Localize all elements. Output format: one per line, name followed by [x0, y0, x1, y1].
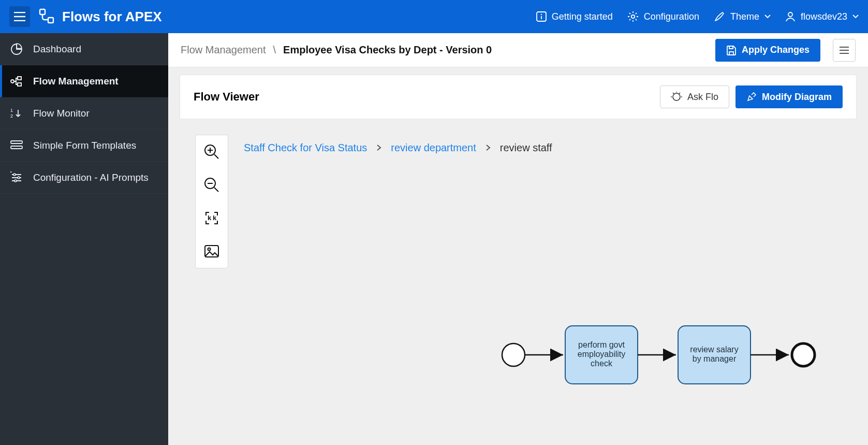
svg-text:k: k	[208, 214, 212, 222]
svg-rect-0	[40, 9, 45, 15]
chevron-right-icon	[376, 142, 381, 154]
ai-icon	[671, 92, 682, 102]
task-label: check	[591, 359, 613, 368]
ask-flo-label: Ask Flo	[687, 92, 718, 103]
app-title: Flows for APEX	[62, 9, 162, 25]
subprocess-crumb-root[interactable]: Staff Check for Visa Status	[244, 142, 367, 154]
export-image-button[interactable]	[196, 235, 228, 268]
svg-text:1: 1	[10, 108, 13, 113]
svg-point-14	[18, 177, 20, 179]
svg-point-22	[208, 248, 211, 251]
svg-point-6	[11, 80, 14, 83]
svg-rect-7	[18, 77, 21, 80]
bpmn-diagram: perform govt employability check review …	[498, 324, 829, 409]
task-label: by manager	[693, 354, 737, 363]
pie-chart-icon	[9, 43, 24, 55]
zoom-out-icon	[203, 176, 220, 194]
svg-text:k: k	[213, 214, 217, 222]
save-icon	[726, 45, 737, 55]
svg-point-15	[14, 180, 17, 182]
theme-menu[interactable]: Theme	[714, 11, 771, 22]
start-event[interactable]	[502, 343, 525, 366]
fit-to-screen-button[interactable]: kk	[196, 202, 228, 235]
design-icon	[746, 92, 757, 102]
sidebar: Dashboard Flow Management 12 Flow Monito…	[0, 33, 168, 445]
zoom-in-button[interactable]	[196, 135, 228, 168]
flow-icon	[9, 75, 24, 88]
ask-flo-button[interactable]: Ask Flo	[660, 85, 729, 108]
chevron-down-icon	[852, 15, 859, 19]
svg-rect-11	[11, 141, 22, 143]
svg-rect-21	[205, 246, 218, 257]
svg-point-5	[788, 12, 792, 17]
modify-diagram-button[interactable]: Modify Diagram	[735, 85, 843, 108]
sidebar-item-dashboard[interactable]: Dashboard	[0, 33, 168, 65]
image-icon	[203, 242, 220, 260]
task-label: review salary	[690, 345, 738, 354]
menu-icon	[840, 47, 849, 54]
zoom-out-button[interactable]	[196, 168, 228, 202]
chevron-right-icon	[486, 142, 491, 154]
svg-rect-1	[48, 18, 53, 23]
form-icon	[9, 139, 24, 152]
gear-icon	[627, 11, 639, 22]
app-header: Flows for APEX Getting started Configura…	[0, 0, 868, 33]
apply-changes-label: Apply Changes	[742, 45, 810, 55]
tool-palette: kk	[195, 135, 228, 268]
ordered-list-icon: 12	[9, 107, 24, 120]
zoom-in-icon	[203, 143, 220, 161]
panel-title: Flow Viewer	[194, 90, 259, 104]
info-icon	[536, 11, 547, 22]
more-menu-button[interactable]	[833, 39, 856, 62]
end-event[interactable]	[792, 343, 815, 366]
sliders-icon	[9, 171, 24, 184]
getting-started-link[interactable]: Getting started	[536, 11, 613, 22]
modify-diagram-label: Modify Diagram	[762, 92, 832, 103]
sidebar-item-label: Flow Monitor	[33, 108, 90, 119]
sidebar-item-label: Configuration - AI Prompts	[33, 172, 149, 183]
svg-point-13	[13, 174, 16, 176]
sidebar-item-flow-monitor[interactable]: 12 Flow Monitor	[0, 97, 168, 130]
task-label: perform govt	[578, 340, 625, 349]
svg-text:2: 2	[10, 113, 13, 119]
svg-point-3	[541, 14, 542, 15]
apply-changes-button[interactable]: Apply Changes	[715, 39, 820, 62]
sidebar-item-flow-management[interactable]: Flow Management	[0, 65, 168, 97]
main-area: Flow Management \ Employee Visa Checks b…	[168, 33, 868, 445]
task-label: employability	[578, 350, 625, 358]
subprocess-crumb-current: review staff	[500, 142, 552, 154]
header-links: Getting started Configuration Theme flow…	[536, 11, 859, 22]
user-icon	[785, 11, 796, 22]
breadcrumb-bar: Flow Management \ Employee Visa Checks b…	[168, 33, 868, 67]
svg-rect-12	[11, 146, 22, 149]
fit-icon: kk	[203, 209, 220, 227]
sidebar-item-configuration-ai-prompts[interactable]: Configuration - AI Prompts	[0, 162, 168, 194]
svg-point-16	[673, 93, 680, 101]
canvas-area[interactable]: kk Staff Check for Visa Status review de…	[180, 119, 857, 445]
svg-point-4	[631, 15, 635, 18]
subprocess-breadcrumbs: Staff Check for Visa Status review depar…	[244, 142, 552, 154]
hamburger-icon	[14, 12, 25, 21]
theme-label: Theme	[730, 11, 759, 22]
chevron-down-icon	[764, 15, 771, 19]
breadcrumb-parent[interactable]: Flow Management	[181, 44, 266, 56]
hamburger-button[interactable]	[9, 6, 30, 27]
panel-header: Flow Viewer Ask Flo Modify Diagram	[180, 75, 857, 119]
getting-started-label: Getting started	[552, 11, 613, 22]
logo-area: Flows for APEX	[38, 8, 162, 25]
user-menu[interactable]: flowsdev23	[785, 11, 859, 22]
sidebar-item-simple-form-templates[interactable]: Simple Form Templates	[0, 130, 168, 162]
user-name-label: flowsdev23	[801, 11, 847, 22]
sidebar-item-label: Dashboard	[33, 44, 81, 55]
configuration-link[interactable]: Configuration	[627, 11, 699, 22]
subprocess-crumb-dept[interactable]: review department	[391, 142, 476, 154]
breadcrumb-title: Employee Visa Checks by Dept - Version 0	[283, 44, 492, 56]
sidebar-item-label: Simple Form Templates	[33, 140, 136, 151]
configuration-label: Configuration	[644, 11, 699, 22]
svg-rect-8	[18, 83, 21, 86]
sidebar-item-label: Flow Management	[33, 76, 119, 87]
breadcrumb-sep: \	[273, 44, 276, 56]
app-logo-icon	[38, 8, 55, 25]
paintbrush-icon	[714, 11, 725, 22]
